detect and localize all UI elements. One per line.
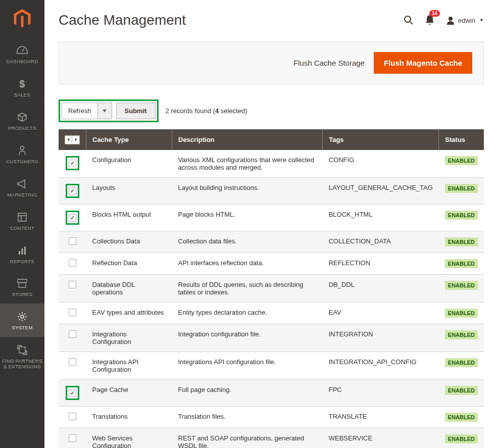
row-checkbox[interactable]: [69, 413, 76, 420]
cell-tags: COLLECTION_DATA: [323, 231, 439, 253]
cell-tags: TRANSLATE: [323, 406, 439, 428]
cell-tags: FPC: [323, 379, 439, 406]
cell-description: Integration configuration file.: [172, 324, 323, 352]
cell-tags: REFLECTION: [323, 253, 439, 274]
chevron-down-icon[interactable]: [98, 103, 112, 119]
products-icon: [17, 111, 28, 123]
nav-item-customers[interactable]: CUSTOMERS: [0, 137, 44, 171]
nav-item-marketing[interactable]: MARKETING: [0, 171, 44, 204]
highlight-box: [66, 156, 79, 170]
row-checkbox[interactable]: [69, 214, 76, 222]
cell-description: Page blocks HTML.: [172, 204, 323, 231]
nav-item-content[interactable]: CONTENT: [0, 204, 44, 237]
status-badge: ENABLED: [445, 309, 478, 318]
nav-label: MARKETING: [7, 192, 37, 198]
cell-cache-type: Layouts: [86, 177, 172, 204]
flush-cache-storage-button[interactable]: Flush Cache Storage: [291, 55, 367, 71]
cell-cache-type: Collections Data: [86, 231, 172, 253]
column-header-tags[interactable]: Tags: [323, 129, 439, 150]
status-badge: ENABLED: [445, 259, 478, 268]
row-checkbox[interactable]: [69, 187, 76, 195]
notifications-button[interactable]: 14: [425, 14, 435, 27]
column-header-status[interactable]: Status: [439, 129, 484, 150]
nav-label: PRODUCTS: [8, 126, 36, 131]
cell-description: Translation files.: [172, 406, 323, 428]
row-checkbox[interactable]: [69, 434, 76, 442]
nav-item-products[interactable]: PRODUCTS: [0, 104, 44, 137]
nav-item-reports[interactable]: REPORTS: [0, 237, 44, 271]
status-badge: ENABLED: [445, 434, 478, 443]
row-checkbox[interactable]: [69, 389, 76, 397]
svg-rect-7: [22, 248, 23, 255]
cell-description: REST and SOAP configurations, generated …: [172, 428, 323, 448]
status-badge: ENABLED: [445, 237, 478, 246]
svg-rect-10: [19, 347, 25, 353]
flush-magento-cache-button[interactable]: Flush Magento Cache: [374, 52, 472, 74]
cache-table: ▾▾ Cache Type Description Tags Status Co…: [59, 129, 484, 448]
table-row: Database DDL operationsResults of DDL qu…: [59, 274, 484, 302]
cell-cache-type: Translations: [86, 406, 172, 428]
row-checkbox[interactable]: [69, 259, 76, 267]
mass-action-select[interactable]: Refresh: [62, 103, 112, 119]
table-row: TranslationsTranslation files.TRANSLATEE…: [59, 406, 484, 428]
nav-label: REPORTS: [10, 259, 34, 265]
column-header-select[interactable]: ▾▾: [59, 129, 86, 150]
grid-controls: Refresh Submit 2 records found (4 select…: [59, 99, 484, 122]
table-header-row: ▾▾ Cache Type Description Tags Status: [59, 129, 484, 150]
nav-label: CONTENT: [10, 226, 34, 231]
submit-button[interactable]: Submit: [116, 103, 156, 119]
highlight-box: [66, 211, 79, 225]
nav-item-dashboard[interactable]: DASHBOARD: [0, 37, 44, 71]
row-checkbox[interactable]: [69, 281, 76, 288]
row-checkbox[interactable]: [69, 358, 76, 366]
table-row: Integrations API ConfigurationIntegratio…: [59, 352, 484, 379]
cell-tags: DB_DDL: [323, 274, 439, 302]
status-badge: ENABLED: [445, 156, 478, 165]
search-icon[interactable]: [404, 15, 414, 25]
cell-cache-type: Reflection Data: [86, 253, 172, 274]
cell-cache-type: Page Cache: [86, 379, 172, 406]
nav-label: SALES: [14, 92, 30, 98]
status-badge: ENABLED: [445, 358, 478, 367]
row-checkbox[interactable]: [69, 237, 76, 245]
cell-description: Various XML configurations that were col…: [172, 150, 323, 178]
dollar-icon: $: [19, 78, 26, 90]
magento-logo[interactable]: [0, 0, 44, 37]
cell-cache-type: Configuration: [86, 150, 172, 178]
cell-description: Collection data files.: [172, 231, 323, 253]
cell-description: Integrations API configuration file.: [172, 352, 323, 379]
reports-icon: [17, 244, 27, 257]
table-row: Page CacheFull page caching.FPCENABLED: [59, 379, 484, 406]
table-row: Reflection DataAPI interfaces reflection…: [59, 253, 484, 274]
caret-down-icon: ▼: [479, 18, 484, 23]
nav-item-system[interactable]: SYSTEM: [0, 304, 44, 337]
main-content: Cache Management 14 edwin ▼ Flush Cache …: [44, 0, 498, 448]
svg-line-12: [410, 22, 413, 24]
user-menu[interactable]: edwin ▼: [446, 16, 484, 25]
cell-cache-type: Integrations Configuration: [86, 324, 172, 352]
nav-item-partners[interactable]: FIND PARTNERS & EXTENSIONS: [0, 337, 44, 376]
stores-icon: [17, 277, 28, 289]
cell-cache-type: Database DDL operations: [86, 274, 172, 302]
row-checkbox[interactable]: [69, 330, 76, 338]
table-row: ConfigurationVarious XML configurations …: [59, 150, 484, 178]
nav-item-stores[interactable]: STORES: [0, 270, 44, 304]
svg-point-2: [21, 146, 24, 150]
system-icon: [17, 311, 28, 323]
table-row: Blocks HTML outputPage blocks HTML.BLOCK…: [59, 204, 484, 231]
column-header-type[interactable]: Cache Type: [86, 129, 172, 150]
svg-point-11: [405, 16, 411, 22]
nav-item-dollar[interactable]: $SALES: [0, 71, 44, 104]
cell-tags: EAV: [323, 302, 439, 324]
cell-tags: BLOCK_HTML: [323, 204, 439, 231]
cell-description: Full page caching.: [172, 379, 323, 406]
cell-description: Entity types declaration cache.: [172, 302, 323, 324]
cell-cache-type: Blocks HTML output: [86, 204, 172, 231]
row-checkbox[interactable]: [69, 309, 76, 316]
column-header-desc[interactable]: Description: [172, 129, 323, 150]
row-checkbox[interactable]: [69, 160, 76, 167]
partners-icon: [17, 344, 28, 356]
status-badge: ENABLED: [445, 211, 478, 220]
records-found-text: 2 records found (4 selected): [166, 107, 247, 115]
nav-label: STORES: [12, 292, 33, 297]
